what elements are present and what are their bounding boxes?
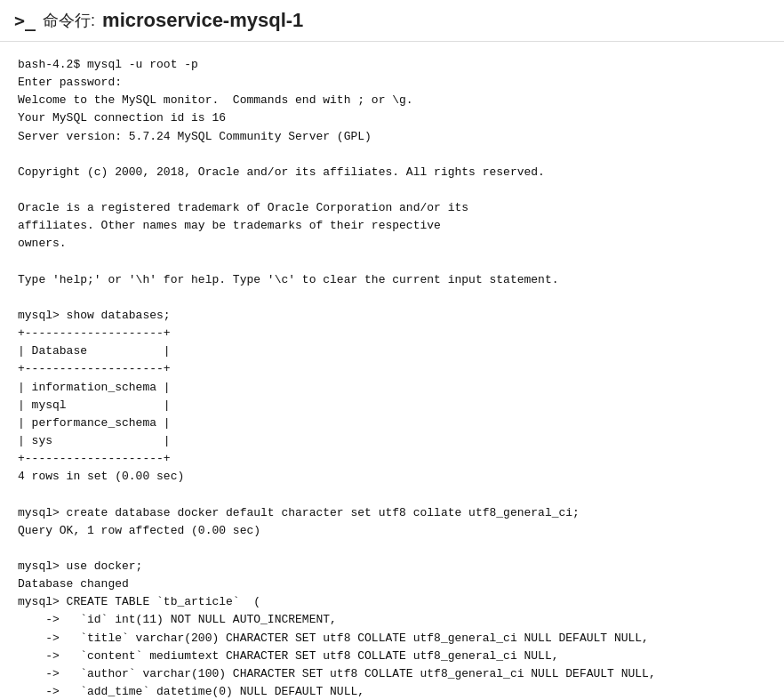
page-title: microservice-mysql-1: [102, 9, 303, 32]
terminal-area[interactable]: bash-4.2$ mysql -u root -p Enter passwor…: [0, 42, 784, 700]
title-bar: >_ 命令行: microservice-mysql-1: [0, 0, 784, 42]
terminal-output: bash-4.2$ mysql -u root -p Enter passwor…: [18, 56, 766, 700]
title-separator: 命令行:: [43, 10, 95, 31]
terminal-icon: >_: [14, 10, 36, 31]
